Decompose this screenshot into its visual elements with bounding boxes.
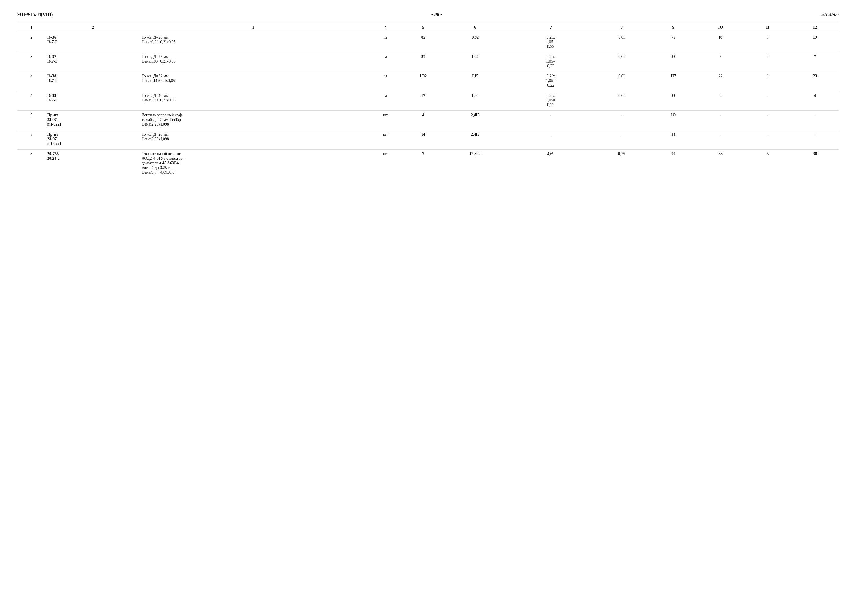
- table-row: 2I6-36I6.7-IТо же, Д=20 ммЦена:0,9I+0,2I…: [17, 33, 839, 51]
- row-price: 2,4I5: [442, 111, 508, 129]
- col-header-5: 5: [405, 23, 442, 32]
- row-col8: 0,0I: [593, 72, 650, 90]
- row-col11: -: [744, 91, 791, 109]
- row-col12: 38: [791, 150, 839, 177]
- row-col9: IO: [650, 111, 697, 129]
- row-quantity: 27: [405, 52, 442, 71]
- row-col10: -: [697, 130, 744, 148]
- row-col12: 4: [791, 91, 839, 109]
- row-col10: -: [697, 111, 744, 129]
- row-col11: -: [744, 111, 791, 129]
- table-row: 6Пр-нт23-07п.I-022IВентиль запорный муф-…: [17, 111, 839, 129]
- col-header-4: 4: [366, 23, 404, 32]
- row-col8: -: [593, 111, 650, 129]
- row-code: I6-38I6.7-I: [46, 72, 140, 90]
- row-col8: 0,0I: [593, 52, 650, 71]
- row-col7: 0,2Ix1,05=0,22: [508, 33, 593, 51]
- row-quantity: 7: [405, 150, 442, 177]
- row-number: 7: [17, 130, 46, 148]
- row-col8: 0,75: [593, 150, 650, 177]
- col-header-9: 9: [650, 23, 697, 32]
- row-col7: 0,2Ix1,05=0,22: [508, 52, 593, 71]
- row-col7: 0,2Ix1,05=0,22: [508, 72, 593, 90]
- row-number: 4: [17, 72, 46, 90]
- row-col9: 34: [650, 130, 697, 148]
- row-description: То же, Д=25 ммЦена:I,03+0,2Ix0,05: [140, 52, 366, 71]
- row-price: I,30: [442, 91, 508, 109]
- col-header-2: 2: [46, 23, 140, 32]
- table-header-row: I 2 3 4 5 6 7 8 9 IO II I2: [17, 23, 839, 32]
- header-left: 9OI-9-15.84(VIII): [17, 12, 53, 17]
- row-col9: II7: [650, 72, 697, 90]
- col-header-11: II: [744, 23, 791, 32]
- col-header-6: 6: [442, 23, 508, 32]
- col-header-7: 7: [508, 23, 593, 32]
- row-col11: I: [744, 33, 791, 51]
- row-price: I,04: [442, 52, 508, 71]
- row-code: I6-39I6.7-I: [46, 91, 140, 109]
- main-table: I 2 3 4 5 6 7 8 9 IO II I2 2I6-36I6.7-IТ…: [17, 23, 839, 178]
- row-number: 2: [17, 33, 46, 51]
- row-description: То же, Д=20 ммЦена:0,9I+0,2Ix0,05: [140, 33, 366, 51]
- row-price: 2,4I5: [442, 130, 508, 148]
- row-number: 5: [17, 91, 46, 109]
- row-quantity: 82: [405, 33, 442, 51]
- row-number: 8: [17, 150, 46, 177]
- row-col10: 33: [697, 150, 744, 177]
- row-col8: 0,0I: [593, 91, 650, 109]
- col-header-10: IO: [697, 23, 744, 32]
- row-code: Пр-нт23-07п.I-022I: [46, 130, 140, 148]
- page-header: 9OI-9-15.84(VIII) - 98 - 20120-06: [17, 12, 839, 17]
- row-col12: I9: [791, 33, 839, 51]
- row-description: То же, Д=20 ммЦена:2,20xI,098: [140, 130, 366, 148]
- row-unit: м: [366, 52, 404, 71]
- row-price: I2,892: [442, 150, 508, 177]
- row-col10: 22: [697, 72, 744, 90]
- row-col9: 90: [650, 150, 697, 177]
- row-col9: 22: [650, 91, 697, 109]
- row-quantity: I4: [405, 130, 442, 148]
- row-code: I6-36I6.7-I: [46, 33, 140, 51]
- row-col11: -: [744, 130, 791, 148]
- row-col12: 7: [791, 52, 839, 71]
- row-col10: 4: [697, 91, 744, 109]
- row-quantity: I7: [405, 91, 442, 109]
- row-code: Пр-нт23-07п.I-022I: [46, 111, 140, 129]
- row-col9: 75: [650, 33, 697, 51]
- row-col7: 4,69: [508, 150, 593, 177]
- row-code: I6-37I6.7-I: [46, 52, 140, 71]
- header-right: 20120-06: [821, 12, 839, 17]
- row-unit: м: [366, 33, 404, 51]
- table-row: 5I6-39I6.7-IТо же, Д=40 ммЦена:I,29+0,2I…: [17, 91, 839, 109]
- table-row: 820-75520.24-2Отопительный агрегатАОД2-4…: [17, 150, 839, 177]
- spacer-row: [17, 177, 839, 178]
- row-unit: шт: [366, 150, 404, 177]
- row-code: 20-75520.24-2: [46, 150, 140, 177]
- row-col12: -: [791, 130, 839, 148]
- row-col11: I: [744, 52, 791, 71]
- row-description: То же, Д=40 ммЦена:I,29+0,2Ix0,05: [140, 91, 366, 109]
- row-col7: -: [508, 111, 593, 129]
- row-col10: I8: [697, 33, 744, 51]
- row-col7: -: [508, 130, 593, 148]
- row-col11: I: [744, 72, 791, 90]
- header-center: - 98 -: [431, 12, 442, 17]
- col-header-1: I: [17, 23, 46, 32]
- row-col8: 0,0I: [593, 33, 650, 51]
- table-row: 4I6-38I6.7-IТо же, Д=32 ммЦена:I,I4+0,2I…: [17, 72, 839, 90]
- row-unit: м: [366, 91, 404, 109]
- row-quantity: 4: [405, 111, 442, 129]
- row-price: 0,92: [442, 33, 508, 51]
- row-col12: -: [791, 111, 839, 129]
- row-quantity: IO2: [405, 72, 442, 90]
- row-unit: шт: [366, 111, 404, 129]
- col-header-3: 3: [140, 23, 366, 32]
- row-unit: шт: [366, 130, 404, 148]
- row-col10: 6: [697, 52, 744, 71]
- row-col11: 5: [744, 150, 791, 177]
- row-price: I,I5: [442, 72, 508, 90]
- col-header-12: I2: [791, 23, 839, 32]
- table-row: 7Пр-нт23-07п.I-022IТо же, Д=20 ммЦена:2,…: [17, 130, 839, 148]
- row-col9: 28: [650, 52, 697, 71]
- row-col12: 23: [791, 72, 839, 90]
